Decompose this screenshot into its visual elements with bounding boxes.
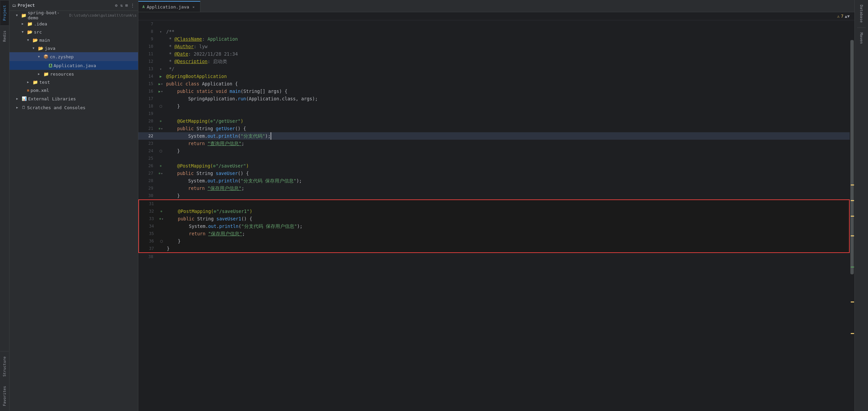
line-content-11: * @Date: 2022/11/28 21:34 (165, 50, 850, 58)
tree-item-main[interactable]: ▼ 📂 main (9, 36, 138, 44)
line-22: 22 System.out.println("分支代码"); (138, 132, 850, 140)
line-28: 28 System.out.println("分支代码 保存用户信息"); (138, 177, 850, 184)
folder-icon-src: 📂 (27, 30, 33, 35)
folder-icon-test: 📁 (33, 80, 38, 85)
tree-item-root[interactable]: ▼ 📁 spring-boot-demo D:\study\code\gulim… (9, 11, 138, 20)
line-gutter-17 (157, 95, 165, 102)
tab-redis[interactable]: Redis (0, 25, 9, 46)
fold-icon-27[interactable]: ▾ (161, 172, 163, 175)
line-num-18: 18 (138, 102, 157, 110)
bookmark-icon-18: ⬡ (159, 104, 162, 108)
line-content-7 (165, 20, 850, 28)
right-side-panels: Database Maven (854, 0, 868, 411)
tab-maven[interactable]: Maven (857, 28, 866, 48)
line-num-25: 25 (138, 155, 157, 162)
tree-item-pom[interactable]: m pom.xml (9, 86, 138, 94)
scrollbar-track[interactable] (850, 20, 854, 411)
fold-end-icon[interactable]: ▾ (160, 67, 162, 71)
line-content-8: /** (165, 28, 850, 35)
line-gutter-35 (157, 230, 165, 237)
tree-item-external-libs[interactable]: ▶ 📊 External Libraries (9, 94, 138, 103)
line-num-13: 13 (138, 65, 157, 73)
spring-icon-32: ⊕ (160, 210, 162, 213)
line-content-27: public String saveUser() { (165, 170, 850, 177)
line-30: 30 } (138, 192, 850, 199)
expand-arrow: ▼ (16, 14, 21, 17)
fold-icon-16[interactable]: ▾ (161, 90, 163, 93)
expand-arrow-package: ▼ (38, 55, 43, 58)
sidebar-header: 🗂 Project ⚙ ⇅ ⊞ ⋮ (9, 0, 138, 11)
line-37: 37 } (139, 245, 849, 252)
line-11: 11 * @Date: 2022/11/28 21:34 (138, 50, 850, 58)
bookmark-icon-24: ⬡ (159, 149, 162, 153)
tab-favorites[interactable]: Favorites (0, 381, 9, 411)
warnings-up-icon[interactable]: ▲ (845, 14, 847, 19)
package-icon: 📦 (43, 54, 48, 59)
fold-start-icon[interactable]: ▾ (160, 30, 162, 34)
tree-item-idea[interactable]: ▶ 📁 .idea (9, 20, 138, 28)
tree-item-resources[interactable]: ▶ 📁 resources (9, 70, 138, 78)
line-num-28: 28 (138, 177, 157, 184)
tree-item-package[interactable]: ▼ 📦 cn.zyshep (9, 52, 138, 61)
expand-arrow-java: ▼ (33, 46, 38, 50)
tree-label-scratches: Scratches and Consoles (27, 105, 85, 110)
sidebar-gear-icon[interactable]: ⚙ (114, 2, 118, 8)
line-num-15: 15 (138, 80, 157, 87)
line-19: 19 (138, 110, 850, 117)
warn-marker-1 (851, 184, 854, 185)
tree-item-scratches[interactable]: ▶ 🗒 Scratches and Consoles (9, 103, 138, 112)
line-content-19 (165, 110, 850, 117)
tree-item-src[interactable]: ▼ 📂 src (9, 28, 138, 36)
expand-arrow-libs: ▶ (16, 97, 22, 100)
tree-item-application[interactable]: A Application.java (9, 61, 138, 70)
tab-project[interactable]: Project (0, 0, 9, 25)
tree-item-test[interactable]: ▶ 📁 test (9, 78, 138, 86)
warnings-down-icon[interactable]: ▼ (847, 14, 850, 19)
java-file-icon: A (49, 64, 52, 67)
line-num-8: 8 (138, 28, 157, 35)
folder-icon-java: 📂 (38, 46, 43, 51)
line-33: 33 ⊕ ▾ public String saveUser1() { (139, 215, 849, 222)
code-editor[interactable]: 7 8 ▾ /** 9 * @ClassName: Applicatio (138, 20, 850, 411)
ok-marker-1 (851, 267, 854, 268)
line-num-12: 12 (138, 58, 157, 65)
tab-database[interactable]: Database (857, 0, 866, 28)
tab-application[interactable]: A Application.java ✕ (138, 1, 200, 12)
line-38: 38 (138, 253, 850, 260)
line-36: 36 ⬡ } (139, 237, 849, 245)
tree-item-java[interactable]: ▼ 📂 java (9, 44, 138, 52)
line-29: 29 return "保存用户信息"; (138, 184, 850, 192)
line-content-13: */ (165, 65, 850, 73)
line-num-26: 26 (138, 162, 157, 170)
tab-structure[interactable]: Structure (0, 351, 9, 381)
line-num-22: 22 (138, 132, 157, 140)
line-14: 14 ▶ @SpringBootApplication (138, 73, 850, 80)
spring-run-icon-14[interactable]: ▶ (160, 74, 162, 79)
tab-close-btn[interactable]: ✕ (191, 4, 196, 9)
tree-label-src: src (34, 30, 42, 35)
fold-icon-21[interactable]: ▾ (161, 127, 163, 131)
line-27: 27 ⊕ ▾ public String saveUser() { (138, 170, 850, 177)
tab-label: Application.java (147, 4, 189, 9)
spring-icon-20: ⊕ (160, 119, 161, 123)
line-num-36: 36 (139, 237, 157, 245)
sidebar-dots-icon[interactable]: ⋮ (130, 2, 135, 8)
warn-marker-2 (851, 200, 854, 201)
tab-file-icon: A (142, 5, 145, 9)
line-num-9: 9 (138, 35, 157, 43)
run-icon-16[interactable]: ▶ (158, 90, 160, 93)
line-gutter-23 (157, 140, 165, 147)
run-icon-15[interactable]: ▶ (158, 82, 160, 86)
scrollbar-thumb[interactable] (850, 40, 854, 274)
spring-icon-21: ⊕ (159, 127, 160, 130)
fold-icon-15[interactable]: ▾ (161, 82, 163, 86)
tree-container: ▼ 📁 spring-boot-demo D:\study\code\gulim… (9, 11, 138, 411)
line-gutter-31 (157, 200, 165, 208)
fold-icon-33[interactable]: ▾ (161, 217, 163, 221)
sidebar-scroll-icon[interactable]: ⇅ (120, 2, 123, 8)
sidebar-expand-icon[interactable]: ⊞ (125, 2, 129, 8)
line-num-31: 31 (139, 200, 157, 208)
line-content-33: public String saveUser1() { (165, 215, 849, 222)
line-gutter-10 (157, 43, 165, 50)
editor-area: 7 8 ▾ /** 9 * @ClassName: Applicatio (138, 20, 854, 411)
